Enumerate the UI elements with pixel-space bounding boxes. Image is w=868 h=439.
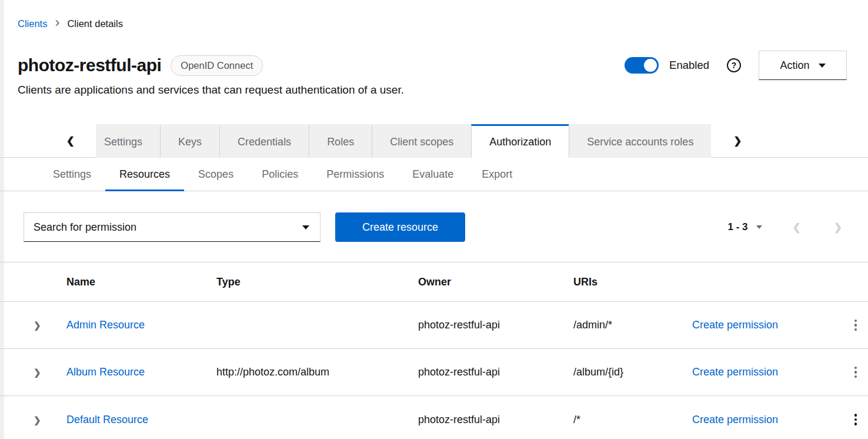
angle-left-icon: ❮ [66,135,75,147]
pagination-range: 1 - 3 [727,221,747,233]
breadcrumb-separator-icon: › [55,18,59,29]
subtab-label: Policies [262,168,298,181]
pagination: 1 - 3 ❮ ❯ [727,221,850,234]
page-description: Clients are applications and services th… [18,84,404,97]
column-header-owner: Owner [418,276,573,288]
tab-client-scopes[interactable]: Client scopes [372,124,471,158]
subtab-label: Settings [53,168,91,181]
column-header-uris: URIs [573,276,692,288]
resource-owner-cell: photoz-restful-api [418,319,573,331]
tab-settings[interactable]: Settings [96,124,160,158]
pagination-prev-button[interactable]: ❮ [793,221,801,234]
resource-type-cell: http://photoz.com/album [216,366,418,378]
kebab-menu-icon[interactable] [852,364,860,381]
create-permission-link[interactable]: Create permission [692,319,778,331]
row-expand-icon[interactable]: ❯ [34,415,41,425]
column-header-type: Type [216,276,418,288]
angle-right-icon: ❯ [733,135,742,147]
caret-down-icon [819,64,826,68]
subtab-scopes[interactable]: Scopes [184,158,248,191]
breadcrumb-clients-link[interactable]: Clients [18,18,47,29]
subtab-settings[interactable]: Settings [39,158,105,191]
subtab-label: Evaluate [412,168,453,181]
search-permission-label: Search for permission [34,221,136,234]
tabs-scroll-right-button[interactable]: ❯ [711,124,764,158]
tab-credentials[interactable]: Credentials [219,124,309,158]
table-header-row: Name Type Owner URIs [0,262,868,302]
resources-table: Name Type Owner URIs ❯ Admin Resource ph… [0,262,868,439]
tab-label: Credentials [238,136,291,148]
pagination-range-toggle[interactable]: 1 - 3 [727,221,762,233]
breadcrumb: Clients › Client details [18,18,123,29]
action-dropdown-button[interactable]: Action [759,51,847,80]
tab-service-accounts-roles[interactable]: Service accounts roles [569,124,711,158]
subtab-label: Scopes [198,168,233,181]
subtab-resources[interactable]: Resources [105,158,184,191]
page-title: photoz-restful-api [18,55,161,75]
kebab-menu-icon[interactable] [852,411,860,428]
row-expand-icon[interactable]: ❯ [34,320,41,330]
tab-label: Keys [178,136,202,148]
subtab-evaluate[interactable]: Evaluate [398,158,468,191]
resource-name-link[interactable]: Admin Resource [66,319,145,331]
column-header-name: Name [66,276,216,288]
resource-owner-cell: photoz-restful-api [418,366,573,378]
subtab-label: Permissions [326,168,384,181]
subtab-policies[interactable]: Policies [248,158,312,191]
tabs-strip: Settings Keys Credentials Roles Client s… [96,124,711,158]
header-controls: Enabled ? Action [625,51,847,80]
tabs-scroll-left-button[interactable]: ❮ [0,124,96,158]
create-permission-link[interactable]: Create permission [692,414,778,425]
tab-keys[interactable]: Keys [160,124,219,158]
caret-down-icon [302,225,309,230]
subtab-permissions[interactable]: Permissions [312,158,398,191]
table-row: ❯ Album Resource http://photoz.com/album… [0,349,868,396]
resource-uris-cell: /admin/* [573,319,692,331]
breadcrumb-current: Client details [67,18,122,29]
tab-label: Authorization [489,136,551,148]
enabled-toggle[interactable] [625,57,659,74]
pagination-next-button[interactable]: ❯ [834,221,842,234]
table-row: ❯ Default Resource photoz-restful-api /*… [0,396,868,439]
enabled-toggle-label: Enabled [669,59,709,72]
resource-owner-cell: photoz-restful-api [418,414,573,426]
action-dropdown-label: Action [780,59,809,72]
subtab-export[interactable]: Export [468,158,526,191]
protocol-badge: OpenID Connect [171,55,263,76]
help-icon[interactable]: ? [727,58,741,72]
subtab-label: Resources [119,168,170,181]
create-permission-link[interactable]: Create permission [692,366,778,378]
create-resource-button[interactable]: Create resource [335,212,465,242]
search-permission-dropdown[interactable]: Search for permission [24,212,321,242]
resources-toolbar: Search for permission Create resource 1 … [24,212,850,242]
tab-label: Settings [104,136,142,148]
authorization-subtabs: Settings Resources Scopes Policies Permi… [0,158,868,191]
kebab-menu-icon[interactable] [852,317,860,334]
resource-name-link[interactable]: Default Resource [66,414,148,425]
row-expand-icon[interactable]: ❯ [34,367,41,377]
tab-roles[interactable]: Roles [309,124,372,158]
page-header: photoz-restful-api OpenID Connect Enable… [18,49,847,81]
toggle-knob [644,59,657,72]
resource-uris-cell: /album/{id} [573,366,692,378]
resource-name-link[interactable]: Album Resource [66,366,145,378]
tab-authorization[interactable]: Authorization [471,124,569,158]
table-row: ❯ Admin Resource photoz-restful-api /adm… [0,302,868,349]
resource-uris-cell: /* [573,414,692,426]
client-tabs: ❮ Settings Keys Credentials Roles Client… [0,124,868,158]
tab-label: Service accounts roles [587,136,693,148]
tab-label: Client scopes [390,136,453,148]
tab-label: Roles [327,136,354,148]
subtab-label: Export [482,168,512,181]
caret-down-icon [756,225,762,229]
